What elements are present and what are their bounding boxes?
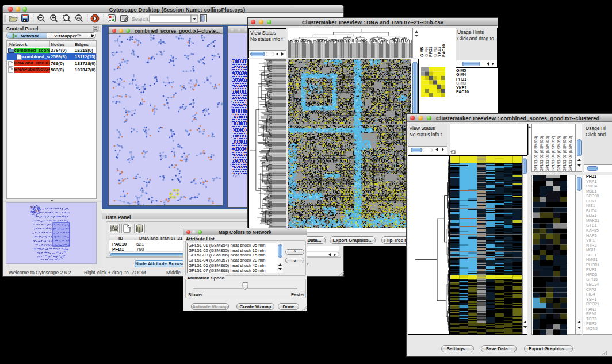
svg-text:GIM5: GIM5 — [420, 47, 424, 57]
svg-text:GPL51-08 (GSM872): GPL51-08 (GSM872) — [568, 136, 573, 171]
svg-text:YKE2: YKE2 — [437, 47, 441, 57]
svg-text:1:1: 1:1 — [76, 16, 81, 20]
svg-text:GIM3: GIM3 — [433, 47, 437, 57]
svg-text:GPL51-06 (GSM865): GPL51-06 (GSM865) — [557, 136, 561, 171]
svg-text:GPL51-03 (GSM856): GPL51-03 (GSM856) — [545, 136, 550, 171]
svg-text:GPL51-07 (GSM868): GPL51-07 (GSM868) — [563, 136, 567, 171]
svg-text:GIM4: GIM4 — [424, 47, 429, 57]
svg-text:PFD1: PFD1 — [429, 47, 433, 57]
svg-text:PAC10: PAC10 — [442, 44, 445, 57]
svg-text:GPL51-02 (GSM855): GPL51-02 (GSM855) — [540, 136, 544, 171]
svg-text:GPL51-01 (GSM854): GPL51-01 (GSM854) — [534, 136, 538, 171]
svg-text:GPL51-04 (GSM857): GPL51-04 (GSM857) — [551, 136, 556, 171]
svg-text:Search:: Search: — [132, 16, 150, 22]
